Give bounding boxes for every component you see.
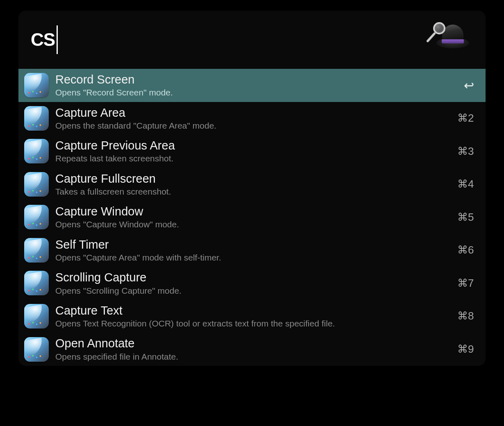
result-shortcut: ⌘6 [457,244,474,256]
result-title: Record Screen [55,73,457,86]
cleanshot-app-icon [24,106,49,131]
result-subtitle: Opens "Capture Window" mode. [55,219,451,229]
cleanshot-app-icon [24,139,49,163]
cleanshot-app-icon [24,304,49,329]
search-input[interactable]: CS [31,25,58,54]
result-item[interactable]: Capture FullscreenTakes a fullscreen scr… [18,168,486,201]
result-text: Open AnnotateOpens specified file in Ann… [55,337,451,362]
alfred-logo-icon [432,21,469,58]
result-text: Self TimerOpens "Capture Area" mode with… [55,238,451,263]
result-text: Capture TextOpens Text Recognition (OCR)… [55,304,451,329]
search-bar: CS [18,11,486,69]
result-item[interactable]: Open AnnotateOpens specified file in Ann… [18,333,486,366]
result-item[interactable]: Record ScreenOpens "Record Screen" mode.… [18,69,486,102]
cleanshot-app-icon [24,73,49,97]
result-title: Capture Window [55,205,451,218]
result-text: Scrolling CaptureOpens "Scrolling Captur… [55,271,451,296]
result-subtitle: Opens the standard "Capture Area" mode. [55,120,451,131]
result-item[interactable]: Capture WindowOpens "Capture Window" mod… [18,201,486,234]
result-shortcut: ⌘3 [457,145,474,158]
enter-key-icon: ↩ [464,78,474,93]
result-text: Capture Previous AreaRepeats last taken … [55,139,451,164]
result-title: Scrolling Capture [55,271,451,284]
result-subtitle: Takes a fullscreen screenshot. [55,186,451,197]
results-list: Record ScreenOpens "Record Screen" mode.… [18,69,486,366]
result-subtitle: Opens "Scrolling Capture" mode. [55,286,451,296]
result-subtitle: Repeats last taken screenshot. [55,153,451,163]
result-subtitle: Opens specified file in Annotate. [55,351,451,362]
result-item[interactable]: Self TimerOpens "Capture Area" mode with… [18,234,486,267]
cleanshot-app-icon [24,337,49,362]
result-item[interactable]: Capture AreaOpens the standard "Capture … [18,102,486,135]
result-text: Capture WindowOpens "Capture Window" mod… [55,205,451,230]
result-subtitle: Opens Text Recognition (OCR) tool or ext… [55,318,451,329]
result-text: Capture AreaOpens the standard "Capture … [55,106,451,131]
result-subtitle: Opens "Record Screen" mode. [55,87,457,97]
result-item[interactable]: Capture Previous AreaRepeats last taken … [18,135,486,168]
result-text: Capture FullscreenTakes a fullscreen scr… [55,172,451,197]
result-item[interactable]: Capture TextOpens Text Recognition (OCR)… [18,300,486,333]
result-text: Record ScreenOpens "Record Screen" mode. [55,73,457,98]
result-title: Capture Fullscreen [55,172,451,186]
result-title: Capture Text [55,304,451,317]
result-shortcut: ⌘7 [457,277,474,290]
result-title: Capture Previous Area [55,139,451,152]
result-title: Capture Area [55,106,451,120]
cleanshot-app-icon [24,205,49,229]
search-query-text: CS [31,29,55,50]
text-cursor [57,25,58,54]
result-shortcut: ⌘9 [457,343,474,356]
result-item[interactable]: Scrolling CaptureOpens "Scrolling Captur… [18,267,486,300]
cleanshot-app-icon [24,238,49,263]
result-shortcut: ⌘2 [457,112,474,125]
result-shortcut: ⌘5 [457,211,474,224]
launcher-panel: CS Record ScreenOpens "Record Screen" mo… [18,11,486,366]
result-shortcut: ⌘8 [457,310,474,322]
cleanshot-app-icon [24,172,49,197]
result-title: Open Annotate [55,337,451,350]
cleanshot-app-icon [24,271,49,295]
result-shortcut: ⌘4 [457,178,474,190]
result-subtitle: Opens "Capture Area" mode with self-time… [55,252,451,263]
result-title: Self Timer [55,238,451,252]
